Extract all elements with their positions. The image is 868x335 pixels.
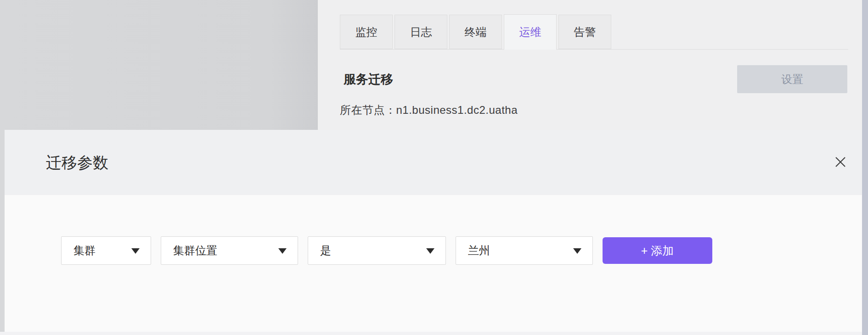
section-title: 服务迁移	[344, 71, 393, 88]
tab-logs[interactable]: 日志	[395, 15, 447, 49]
close-icon	[834, 156, 846, 169]
condition-select[interactable]: 是	[308, 236, 446, 265]
value-select-value: 兰州	[468, 243, 490, 258]
close-button[interactable]	[833, 155, 848, 170]
service-migration-section-header: 服务迁移 设置	[344, 65, 847, 93]
value-select[interactable]: 兰州	[456, 236, 593, 265]
add-button[interactable]: + 添加	[603, 237, 712, 264]
tab-monitoring[interactable]: 监控	[340, 15, 393, 49]
cluster-location-select[interactable]: 集群位置	[161, 236, 298, 265]
tab-bar: 监控 日志 终端 运维 告警	[340, 15, 848, 50]
condition-select-value: 是	[320, 243, 331, 258]
cluster-select[interactable]: 集群	[61, 236, 151, 265]
settings-button[interactable]: 设置	[737, 65, 847, 93]
tab-operations[interactable]: 运维	[504, 14, 557, 50]
tab-alerts[interactable]: 告警	[558, 15, 611, 49]
chevron-down-icon	[573, 248, 581, 254]
migration-filter-row: 集群 集群位置 是 兰州 + 添加	[61, 236, 712, 265]
cluster-select-value: 集群	[73, 243, 96, 258]
migration-params-drawer: 迁移参数 集群 集群位置 是	[5, 130, 862, 332]
drawer-body: 集群 集群位置 是 兰州 + 添加	[5, 195, 862, 332]
current-node-text: 所在节点：n1.business1.dc2.uatha	[340, 103, 518, 117]
vertical-scrollbar[interactable]	[862, 0, 868, 335]
cluster-location-select-value: 集群位置	[173, 243, 217, 258]
drawer-header: 迁移参数	[5, 130, 862, 195]
tab-terminal[interactable]: 终端	[449, 15, 502, 49]
drawer-title: 迁移参数	[46, 130, 108, 195]
chevron-down-icon	[131, 248, 140, 254]
chevron-down-icon	[426, 248, 434, 254]
horizontal-scrollbar-track[interactable]	[0, 332, 862, 335]
chevron-down-icon	[278, 248, 287, 254]
